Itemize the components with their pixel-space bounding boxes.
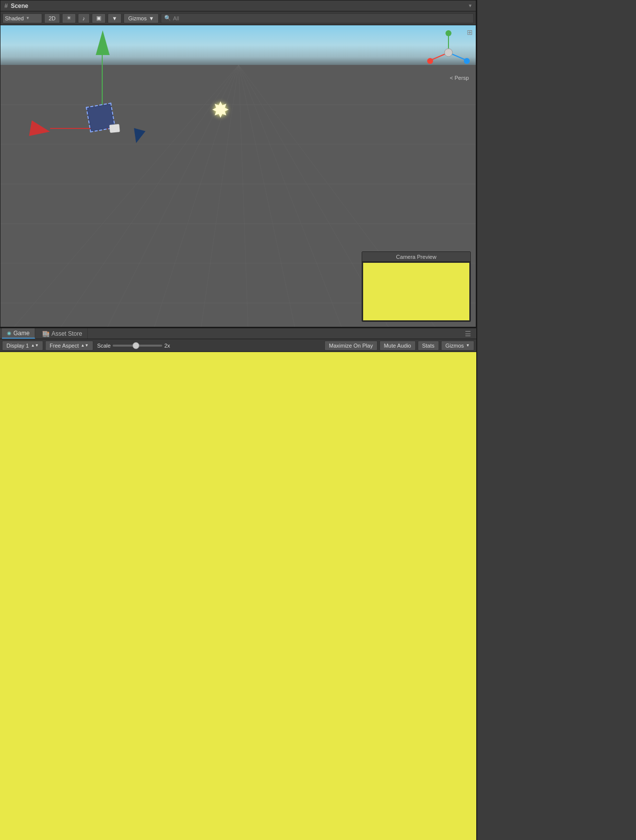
axis-gizmo-svg: Y X Z (426, 30, 471, 75)
asset-store-label: Asset Store (52, 330, 82, 337)
camera-preview-viewport (362, 262, 470, 321)
right-panel (476, 0, 636, 840)
gizmos-label: Gizmos (128, 15, 146, 21)
search-icon: 🔍 (164, 15, 171, 21)
tab-options-icon[interactable]: ☰ (462, 330, 474, 338)
scene-panel: # Scene ▾ Shaded ▼ 2D ☀ ♪ ▣ ▼ Gizmos ▼ 🔍… (0, 0, 476, 327)
scale-value: 2x (164, 343, 170, 349)
asset-store-tab[interactable]: 🏬 Asset Store (37, 328, 88, 339)
stats-button[interactable]: Stats (418, 341, 439, 351)
game-toolbar: Display 1 ▲▼ Free Aspect ▲▼ Scale 2x Max… (0, 339, 476, 352)
scale-slider-thumb[interactable] (132, 342, 139, 349)
svg-line-1 (50, 65, 239, 327)
svg-line-0 (0, 65, 239, 327)
game-panel: ◉ Game 🏬 Asset Store ☰ Display 1 ▲▼ Free… (0, 327, 476, 840)
game-gizmos-button[interactable]: Gizmos ▼ (441, 341, 474, 351)
scene-title-bar: # Scene ▾ (0, 0, 476, 11)
game-tab-label: Game (13, 330, 30, 337)
game-title-bar: ◉ Game 🏬 Asset Store ☰ (0, 328, 476, 339)
scene-search-bar[interactable]: 🔍 All (161, 13, 474, 23)
gizmos-button[interactable]: Gizmos ▼ (124, 13, 158, 23)
svg-line-2 (100, 65, 239, 327)
camera-preview-title: Camera Preview (362, 252, 470, 262)
lighting-button[interactable]: ☀ (62, 13, 76, 23)
scale-area: Scale 2x (95, 343, 170, 349)
display-dropdown[interactable]: Display 1 ▲▼ (2, 341, 43, 351)
svg-text:Z: Z (465, 59, 468, 63)
shading-dropdown[interactable]: Shaded ▼ (2, 13, 42, 23)
gizmos-arrow-icon: ▼ (149, 15, 154, 21)
game-tab-icon: ◉ (7, 330, 11, 336)
svg-line-3 (149, 65, 239, 327)
viewport-options-icon[interactable]: ⊞ (467, 28, 473, 36)
display-label: Display 1 (6, 343, 29, 349)
effects-button[interactable]: ▣ (92, 13, 106, 23)
game-tab[interactable]: ◉ Game (2, 328, 35, 339)
scene-viewport[interactable]: ✸ Y X Z < Persp (0, 25, 476, 327)
asset-store-icon: 🏬 (42, 330, 50, 337)
aspect-label: Free Aspect (50, 343, 79, 349)
audio-button[interactable]: ♪ (78, 13, 90, 23)
axis-gizmo[interactable]: Y X Z (426, 30, 471, 75)
aspect-dropdown[interactable]: Free Aspect ▲▼ (45, 341, 93, 351)
svg-line-6 (239, 65, 298, 327)
sky-gradient (0, 25, 476, 65)
svg-point-25 (445, 49, 452, 57)
image-icon: ▣ (96, 15, 101, 21)
svg-line-7 (239, 65, 348, 327)
sun-toolbar-icon: ☀ (66, 15, 71, 21)
audio-icon: ♪ (82, 15, 85, 21)
scene-pin-icon: ▾ (469, 2, 472, 9)
search-placeholder: All (173, 15, 179, 21)
game-viewport (0, 352, 476, 840)
effects-arrow-button[interactable]: ▼ (108, 13, 122, 23)
game-gizmos-label: Gizmos (445, 343, 464, 349)
scene-toolbar: Shaded ▼ 2D ☀ ♪ ▣ ▼ Gizmos ▼ 🔍 All (0, 11, 476, 25)
maximize-on-play-button[interactable]: Maximize On Play (324, 341, 378, 351)
shading-label: Shaded (5, 15, 24, 21)
svg-text:X: X (429, 59, 432, 63)
aspect-arrow-icon: ▲▼ (81, 343, 89, 348)
game-gizmos-arrow-icon: ▼ (466, 343, 470, 348)
persp-label: < Persp (450, 75, 469, 81)
shading-arrow-icon: ▼ (26, 16, 30, 20)
2d-button[interactable]: 2D (44, 13, 60, 23)
mute-audio-button[interactable]: Mute Audio (380, 341, 416, 351)
effects-arrow-icon: ▼ (112, 15, 118, 21)
svg-text:Y: Y (447, 30, 450, 33)
camera-preview: Camera Preview (362, 251, 471, 322)
scene-title: Scene (11, 2, 28, 9)
scale-slider[interactable] (113, 345, 162, 347)
scene-hash-icon: # (4, 2, 8, 9)
display-arrow-icon: ▲▼ (31, 343, 39, 348)
scale-label: Scale (97, 343, 111, 349)
